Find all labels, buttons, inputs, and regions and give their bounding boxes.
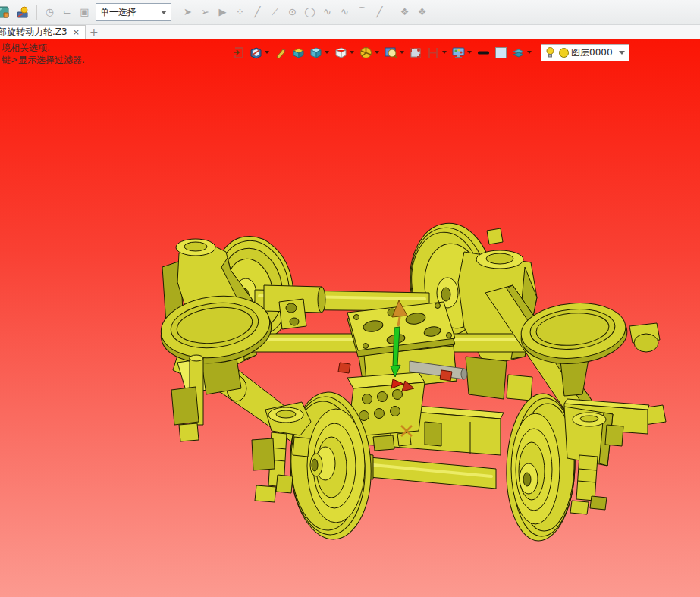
tab-label: 部旋转动力轮.Z3 <box>0 26 67 39</box>
line-alt-icon[interactable]: ╱ <box>371 3 388 21</box>
active-document-tab[interactable]: 部旋转动力轮.Z3 × <box>0 25 86 39</box>
pattern-icon[interactable]: ❖ <box>396 3 413 21</box>
selection-mode-combo[interactable]: 单一选择 <box>96 3 171 21</box>
stop-square-icon[interactable]: ▣ <box>76 3 93 21</box>
curve-node-icon[interactable]: ⌙ <box>58 3 76 21</box>
new-file-icon[interactable] <box>0 5 11 20</box>
arc-icon[interactable]: ⌒ <box>353 3 371 21</box>
segment-icon[interactable]: ⟋ <box>266 3 284 21</box>
circle-icon[interactable]: ◯ <box>301 3 319 21</box>
spline-icon[interactable]: ∿ <box>319 3 336 21</box>
viewport-3d[interactable]: 境相关选项. 键>显示选择过滤器. <box>0 39 700 597</box>
history-icon[interactable]: ◷ <box>41 3 58 21</box>
chevron-down-icon <box>161 11 167 14</box>
toolbar-separator <box>36 5 37 20</box>
select-filter-icon[interactable]: ➢ <box>196 3 214 21</box>
main-toolbar: ◷ ⌙ ▣ 单一选择 ➤ ➢ ▶ ⁘ ╱ ⟋ ⊙ ◯ ∿ ∿ ⌒ ╱ ❖ ❖ <box>0 0 700 25</box>
select-arrow-icon[interactable]: ➤ <box>179 3 196 21</box>
circle-center-icon[interactable]: ⊙ <box>284 3 301 21</box>
selection-mode-value: 单一选择 <box>100 6 161 19</box>
viewport-canvas-model[interactable] <box>0 39 700 597</box>
document-tab-bar: 部旋转动力轮.Z3 × + <box>0 25 700 39</box>
cad-app-window: { "top_toolbar": { "selection_combo": { … <box>0 0 700 597</box>
wave-curve-icon[interactable]: ∿ <box>336 3 353 21</box>
line-icon[interactable]: ╱ <box>249 3 266 21</box>
point-set-icon[interactable]: ⁘ <box>231 3 249 21</box>
play-icon[interactable]: ▶ <box>214 3 231 21</box>
pattern-alt-icon[interactable]: ❖ <box>413 3 431 21</box>
new-tab-button[interactable]: + <box>89 26 99 39</box>
close-tab-icon[interactable]: × <box>73 27 80 37</box>
open-file-icon[interactable] <box>15 5 30 20</box>
